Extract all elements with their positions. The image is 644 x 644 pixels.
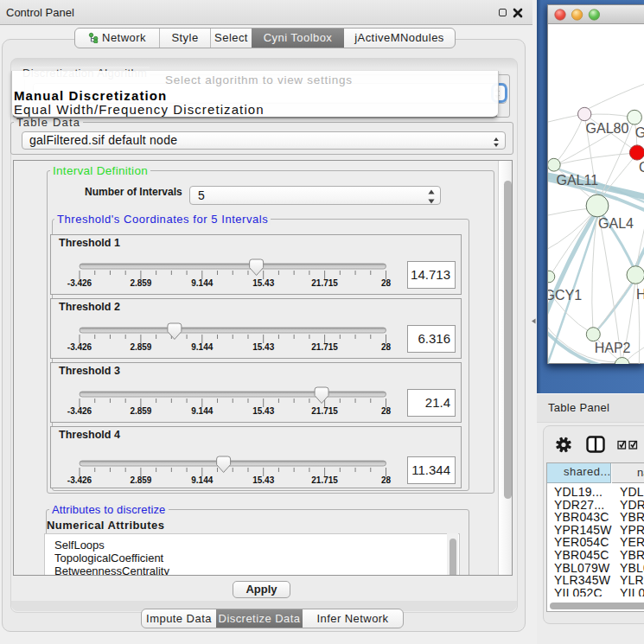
svg-text:21.715: 21.715 [311, 406, 338, 416]
svg-text:-3.426: -3.426 [67, 475, 92, 485]
svg-text:15.43: 15.43 [252, 406, 274, 416]
svg-text:H: H [636, 287, 644, 302]
svg-text:GA: GA [635, 125, 644, 140]
svg-text:28: 28 [381, 406, 392, 416]
svg-text:21.715: 21.715 [311, 475, 338, 485]
svg-text:-3.426: -3.426 [67, 278, 92, 288]
svg-text:GAL4: GAL4 [598, 216, 634, 231]
svg-text:2.859: 2.859 [130, 278, 151, 288]
svg-text:15.43: 15.43 [252, 475, 274, 485]
svg-text:GAL11: GAL11 [557, 173, 599, 188]
svg-text:GCY1: GCY1 [548, 288, 582, 303]
svg-text:9.144: 9.144 [191, 342, 213, 352]
svg-text:21.715: 21.715 [311, 278, 338, 288]
svg-text:C: C [639, 160, 644, 175]
svg-text:28: 28 [381, 342, 392, 352]
svg-text:-3.426: -3.426 [67, 406, 92, 416]
svg-text:2.859: 2.859 [130, 475, 151, 485]
svg-text:9.144: 9.144 [191, 278, 213, 288]
svg-text:9.144: 9.144 [191, 475, 213, 485]
svg-text:28: 28 [381, 278, 392, 288]
svg-text:9.144: 9.144 [191, 406, 213, 416]
svg-text:15.43: 15.43 [252, 278, 274, 288]
svg-text:2.859: 2.859 [130, 342, 151, 352]
svg-text:HAP2: HAP2 [595, 341, 631, 355]
svg-text:GAL80: GAL80 [586, 121, 629, 136]
svg-text:15.43: 15.43 [252, 342, 274, 352]
svg-text:21.715: 21.715 [311, 342, 338, 352]
svg-text:2.859: 2.859 [130, 406, 151, 416]
svg-text:28: 28 [381, 475, 392, 485]
svg-text:-3.426: -3.426 [67, 342, 92, 352]
